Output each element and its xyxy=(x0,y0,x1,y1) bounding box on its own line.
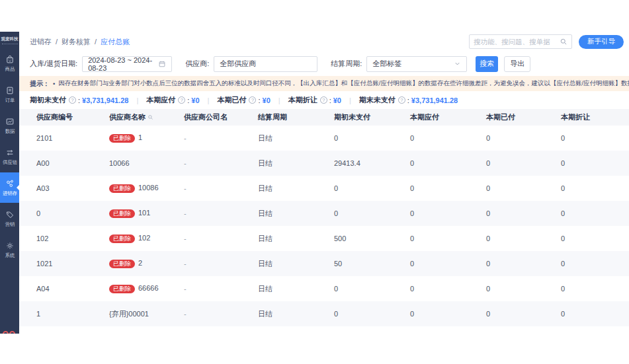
table-row: A03已删除10086-日结0000 xyxy=(19,176,629,201)
gear-icon xyxy=(5,241,15,250)
sidebar-item-label: 系统 xyxy=(5,252,15,258)
topbar-right: 新手引导 xyxy=(469,34,624,49)
summary-value: ¥3,731,941.28 xyxy=(411,96,458,104)
summary-label: 本期已付 xyxy=(217,95,246,105)
deleted-badge: 已删除 xyxy=(109,235,135,244)
supplier-code-cell: 1021 xyxy=(19,251,92,276)
company-name-cell: - xyxy=(167,201,241,226)
sidebar-item-supply-chain[interactable]: 供应链 xyxy=(0,141,19,172)
summary-colon: : xyxy=(78,96,80,104)
calendar-icon xyxy=(158,60,166,68)
summary-item: 本期已付?:¥0 xyxy=(217,95,270,105)
supplier-input-field[interactable] xyxy=(220,60,312,68)
supplier-name-cell: 已删除10086 xyxy=(92,176,167,201)
sidebar-item-label: 营销 xyxy=(5,221,15,227)
bottom-partial-icon[interactable] xyxy=(3,331,15,334)
supplier-name-cell: 10066 xyxy=(92,151,167,176)
supplier-name-cell: 已删除101 xyxy=(92,201,167,226)
column-search-icon[interactable] xyxy=(147,114,153,120)
period-discount-cell: 0 xyxy=(544,276,629,301)
date-range-input[interactable]: 2024-08-23 ~ 2024-08-23 xyxy=(82,56,172,72)
column-header-3: 结算周期 xyxy=(241,109,317,126)
breadcrumb-item[interactable]: 财务核算 xyxy=(62,37,91,47)
column-header-1: 供应商名称 xyxy=(92,109,167,126)
company-name-cell: - xyxy=(167,301,241,326)
deleted-badge: 已删除 xyxy=(109,285,135,294)
supplier-name: 10086 xyxy=(138,184,159,192)
notice-bar: 提示： • 因存在财务部门与业务部门对小数点后三位的数据四舍五入的标准以及时间口… xyxy=(19,76,629,91)
supplier-code-cell: A04 xyxy=(19,276,92,301)
supplier-name-cell: 已删除66666 xyxy=(92,276,167,301)
supplier-name: 66666 xyxy=(138,284,159,292)
breadcrumb-item[interactable]: 进销存 xyxy=(30,37,52,47)
supplier-code-cell: 1 xyxy=(19,301,92,326)
table-row: 0已删除101-日结0000 xyxy=(19,201,629,226)
period-payable-cell: 0 xyxy=(393,276,469,301)
period-payable-cell: 0 xyxy=(393,126,469,151)
sidebar-item-marketing[interactable]: 营销 xyxy=(0,203,19,234)
help-icon[interactable]: ? xyxy=(178,96,185,104)
summary-colon: : xyxy=(329,96,331,104)
export-button[interactable]: 导出 xyxy=(504,56,530,72)
sidebar-item-orders[interactable]: 订单 xyxy=(0,79,19,110)
deleted-badge: 已删除 xyxy=(109,209,135,219)
summary-item: 期初未支付?:¥3,731,941.28 xyxy=(30,95,128,105)
sidebar-item-inventory[interactable]: 进销存 xyxy=(0,172,19,203)
search-icon[interactable] xyxy=(560,38,567,46)
supplier-name: 102 xyxy=(138,234,150,242)
period-discount-cell: 0 xyxy=(544,176,629,201)
order-icon xyxy=(5,86,15,95)
breadcrumb-item: 应付总账 xyxy=(101,37,130,47)
settle-period-cell: 日结 xyxy=(241,226,317,251)
settle-period-cell: 日结 xyxy=(241,276,317,301)
supplier-name-cell: 已删除102 xyxy=(92,226,167,251)
settle-period-cell: 日结 xyxy=(241,201,317,226)
period-discount-cell: 0 xyxy=(544,126,629,151)
help-icon[interactable]: ? xyxy=(69,96,76,104)
sidebar-item-system[interactable]: 系统 xyxy=(0,235,19,265)
supplier-filter-label: 供应商: xyxy=(185,59,209,69)
global-search[interactable] xyxy=(469,34,572,49)
help-icon[interactable]: ? xyxy=(398,96,405,104)
notice-bullet: • xyxy=(53,80,55,87)
bag-icon xyxy=(5,55,15,64)
table-row: A0010066-日结29413.4000 xyxy=(19,151,629,176)
newbie-guide-button[interactable]: 新手引导 xyxy=(579,35,624,49)
period-paid-cell: 0 xyxy=(469,126,544,151)
company-name-cell: - xyxy=(167,126,241,151)
period-discount-cell: 0 xyxy=(544,201,629,226)
summary-item: 本期折让?:¥0 xyxy=(288,95,341,105)
table-header-row: 供应商编号供应商名称供应商公司名结算周期期初未支付本期应付本期已付本期折让 xyxy=(19,109,629,126)
column-header-label: 结算周期 xyxy=(258,113,287,121)
opening-unpaid-cell: 0 xyxy=(317,176,393,201)
summary-item: 本期应付?:¥0 xyxy=(146,95,199,105)
sidebar-item-data[interactable]: 数据 xyxy=(0,110,19,141)
supplier-name-cell: {弃用}00001 xyxy=(92,301,167,326)
summary-bar: 期初未支付?:¥3,731,941.28|本期应付?:¥0|本期已付?:¥0|本… xyxy=(19,91,629,109)
sidebar-item-label: 商品 xyxy=(5,65,15,72)
sidebar-item-label: 订单 xyxy=(5,96,15,103)
period-paid-cell: 0 xyxy=(469,301,544,326)
search-button[interactable]: 搜索 xyxy=(476,56,498,72)
settle-period-cell: 日结 xyxy=(241,301,317,326)
tag-icon xyxy=(5,210,15,219)
help-icon[interactable]: ? xyxy=(320,96,327,104)
global-search-input[interactable] xyxy=(474,38,560,46)
period-payable-cell: 0 xyxy=(393,201,469,226)
period-discount-cell: 0 xyxy=(544,226,629,251)
date-filter-label: 入库/退货日期: xyxy=(30,59,77,69)
summary-colon: : xyxy=(258,96,260,104)
table-row: 1021已删除2-日结50000 xyxy=(19,251,629,276)
column-header-6: 本期已付 xyxy=(469,109,544,126)
period-discount-cell: 0 xyxy=(544,301,629,326)
share-nodes-icon xyxy=(5,179,15,188)
help-icon[interactable]: ? xyxy=(249,96,256,104)
settle-period-cell: 日结 xyxy=(241,251,317,276)
supplier-code-cell: 0 xyxy=(19,201,92,226)
period-select[interactable]: 全部标签 xyxy=(366,56,467,72)
supplier-input[interactable] xyxy=(214,56,317,72)
chevron-down-icon xyxy=(454,60,461,67)
period-paid-cell: 0 xyxy=(469,176,544,201)
supplier-name: 2 xyxy=(138,259,142,267)
sidebar-item-goods[interactable]: 商品 xyxy=(0,48,19,79)
